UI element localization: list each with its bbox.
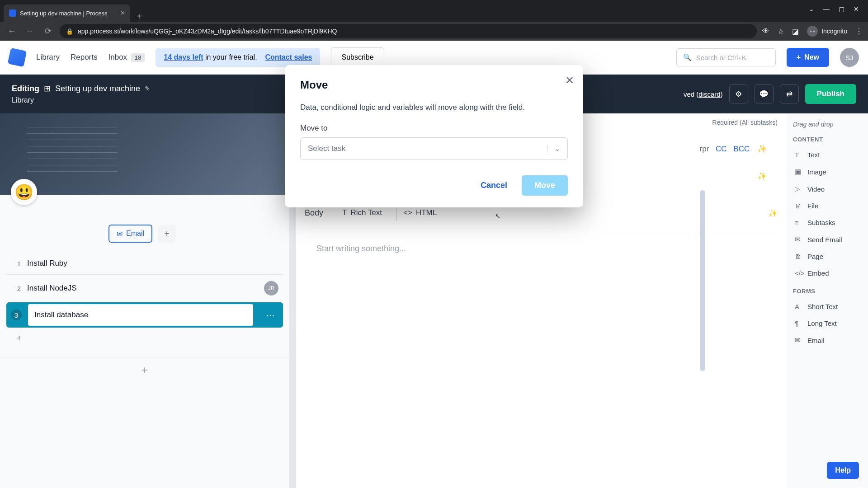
inbox-count-badge: 18 xyxy=(131,53,145,62)
cc-link[interactable]: CC xyxy=(716,145,727,153)
close-window-icon[interactable]: ✕ xyxy=(854,5,859,13)
file-icon: 🗎 xyxy=(795,202,803,210)
sidebar-item-subtasks[interactable]: ≡Subtasks xyxy=(791,214,863,231)
body-editor[interactable]: Start writing something... xyxy=(305,232,778,265)
envelope-icon: ✉ xyxy=(117,230,123,238)
publish-button[interactable]: Publish xyxy=(805,84,856,104)
maximize-icon[interactable]: ▢ xyxy=(839,5,844,13)
modal-description: Data, conditional logic and variables wi… xyxy=(300,103,568,112)
reload-icon[interactable]: ⟳ xyxy=(42,26,54,36)
tab-title: Setting up dev machine | Process xyxy=(20,10,117,17)
code-icon: <> xyxy=(403,208,412,217)
logo[interactable] xyxy=(8,48,27,67)
nav-inbox[interactable]: Inbox 18 xyxy=(108,53,145,62)
user-avatar[interactable]: SJ xyxy=(840,48,859,67)
sidebar-item-send-email[interactable]: ✉Send Email xyxy=(791,231,863,248)
search-icon: 🔍 xyxy=(683,53,692,61)
address-bar: ← → ⟳ 🔒 app.process.st/workflows/uQGGj-_… xyxy=(0,22,868,41)
subscribe-button[interactable]: Subscribe xyxy=(331,47,384,67)
close-modal-icon[interactable]: ✕ xyxy=(565,74,574,87)
trial-days-link[interactable]: 14 days left xyxy=(164,53,203,61)
app-root: Library Reports Inbox 18 14 days left in… xyxy=(0,41,868,488)
select-task-dropdown[interactable]: Select task ⌄ xyxy=(300,137,568,160)
discard-link[interactable]: discard xyxy=(698,90,720,98)
bcc-link[interactable]: BCC xyxy=(733,145,750,153)
workflow-icon: ⊞ xyxy=(44,84,51,94)
close-tab-icon[interactable]: × xyxy=(121,9,125,17)
add-tag-button[interactable]: + xyxy=(158,225,176,243)
url-input[interactable]: 🔒 app.process.st/workflows/uQGGj-_oKZ43z… xyxy=(60,24,757,38)
select-placeholder: Select task xyxy=(308,144,345,153)
image-icon: ▣ xyxy=(795,168,803,176)
scrollbar[interactable] xyxy=(700,190,705,371)
sidebar-item-text[interactable]: TText xyxy=(791,146,863,163)
gear-icon[interactable]: ⚙ xyxy=(729,84,748,103)
shuffle-icon[interactable]: ⇄ xyxy=(780,84,799,103)
browser-tab-strip: Setting up dev machine | Process × + xyxy=(0,0,868,22)
workflow-name: Setting up dev machine xyxy=(55,84,140,94)
sidebar-item-file[interactable]: 🗎File xyxy=(791,197,863,214)
minimize-icon[interactable]: — xyxy=(823,5,830,13)
modal-title: Move xyxy=(300,79,568,91)
trial-banner: 14 days left in your free trial. Contact… xyxy=(156,48,320,67)
kebab-menu-icon[interactable]: ⋮ xyxy=(855,27,863,36)
browser-tab[interactable]: Setting up dev machine | Process × xyxy=(4,5,130,22)
url-text: app.process.st/workflows/uQGGj-_oKZ43zDM… xyxy=(78,28,337,35)
incognito-icon: 👓 xyxy=(807,26,818,37)
new-tab-button[interactable]: + xyxy=(130,11,148,22)
email-tag[interactable]: ✉ Email xyxy=(108,225,152,243)
incognito-badge[interactable]: 👓 Incognito xyxy=(807,26,847,37)
task-row[interactable]: 2 Install NodeJS JR xyxy=(6,275,283,302)
task-name-input[interactable] xyxy=(28,304,253,326)
cancel-button[interactable]: Cancel xyxy=(471,175,517,196)
magic-wand-icon[interactable]: ✨ xyxy=(769,209,778,217)
magic-wand-icon[interactable]: ✨ xyxy=(757,145,767,153)
sidebar-item-embed[interactable]: </>Embed xyxy=(791,265,863,282)
task-menu-icon[interactable]: ⋯ xyxy=(259,310,281,320)
task-row-selected[interactable]: 3 ⋯ xyxy=(6,302,283,328)
star-icon[interactable]: ☆ xyxy=(778,27,784,36)
breadcrumb[interactable]: Library xyxy=(12,96,150,104)
sidebar-item-short-text[interactable]: AShort Text xyxy=(791,298,863,315)
sidebar-item-long-text[interactable]: ¶Long Text xyxy=(791,315,863,332)
window-controls: ⌄ — ▢ ✕ xyxy=(800,0,868,18)
edit-name-icon[interactable]: ✎ xyxy=(145,85,150,92)
comment-icon[interactable]: 💬 xyxy=(755,84,774,103)
code-icon: </> xyxy=(795,269,803,277)
search-input[interactable]: 🔍 Search or Ctrl+K xyxy=(676,48,776,66)
body-label: Body xyxy=(305,208,323,218)
help-button[interactable]: Help xyxy=(827,462,859,479)
contact-sales-link[interactable]: Contact sales xyxy=(265,53,312,61)
chevron-down-icon[interactable]: ⌄ xyxy=(809,5,814,13)
editing-label: Editing xyxy=(12,84,39,94)
text-icon: T xyxy=(342,208,347,217)
move-modal: ✕ Move Data, conditional logic and varia… xyxy=(285,65,583,207)
eye-off-icon[interactable]: 👁 xyxy=(762,27,769,35)
new-button[interactable]: + New xyxy=(787,48,829,67)
envelope-icon: ✉ xyxy=(795,235,803,244)
sidebar-item-email[interactable]: ✉Email xyxy=(791,332,863,349)
forward-icon[interactable]: → xyxy=(24,27,36,36)
long-text-icon: ¶ xyxy=(795,319,803,327)
move-button[interactable]: Move xyxy=(522,175,568,196)
chevron-down-icon: ⌄ xyxy=(547,145,560,152)
sidebar-item-page[interactable]: 🗎Page xyxy=(791,248,863,265)
nav-library[interactable]: Library xyxy=(36,53,60,62)
nav-reports[interactable]: Reports xyxy=(71,53,98,62)
task-row-empty[interactable]: 4 xyxy=(6,328,283,348)
workflow-emoji[interactable]: 😃 xyxy=(11,179,37,205)
content-section-label: CONTENT xyxy=(791,136,863,143)
magic-wand-icon[interactable]: ✨ xyxy=(758,172,767,180)
extension-icon[interactable]: ◪ xyxy=(792,27,799,36)
sidebar-item-image[interactable]: ▣Image xyxy=(791,163,863,180)
page-icon: 🗎 xyxy=(795,253,803,260)
plus-icon: + xyxy=(797,53,801,61)
task-row[interactable]: 1 Install Ruby xyxy=(6,253,283,275)
text-icon: T xyxy=(795,151,803,159)
sidebar-item-video[interactable]: ▷Video xyxy=(791,180,863,197)
incognito-label: Incognito xyxy=(821,28,847,35)
assignee-avatar[interactable]: JR xyxy=(264,281,278,296)
add-task-button[interactable]: + xyxy=(0,357,289,383)
video-icon: ▷ xyxy=(795,185,803,193)
back-icon[interactable]: ← xyxy=(5,27,18,36)
